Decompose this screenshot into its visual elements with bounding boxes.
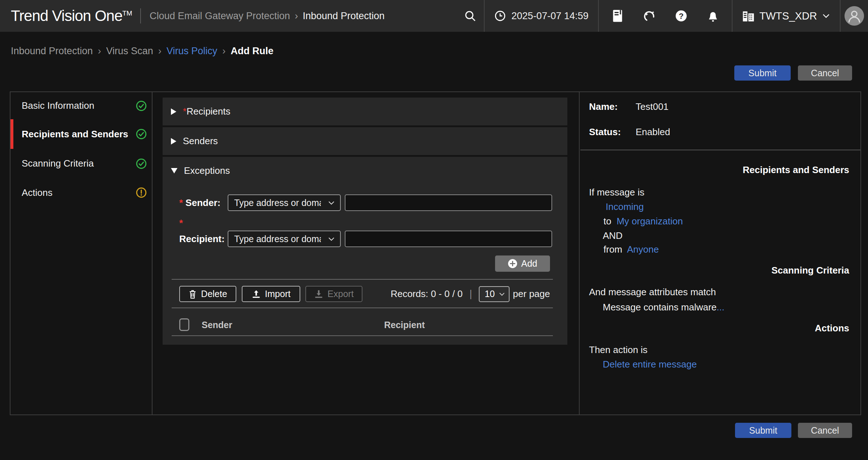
breadcrumb-separator: › xyxy=(222,46,225,57)
summary-malware-line: Message contains malware... xyxy=(603,302,725,313)
my-organization-link[interactable]: My organization xyxy=(616,216,683,227)
anyone-link[interactable]: Anyone xyxy=(627,244,659,255)
cancel-button-bottom[interactable]: Cancel xyxy=(798,423,852,438)
select-chevron-icon xyxy=(328,201,335,205)
add-exception-button[interactable]: Add xyxy=(495,255,550,272)
accordion-recipients-header[interactable]: *Recipients xyxy=(163,98,567,125)
header-toolbar: 2025-07-07 14:59 ? TWTS_XDR xyxy=(456,0,868,32)
console-datetime: 2025-07-07 14:59 xyxy=(511,10,588,22)
breadcrumb-separator: › xyxy=(295,10,298,22)
add-button-label: Add xyxy=(521,258,537,269)
sidebar-item-label: Actions xyxy=(22,187,52,198)
sidebar-item-label: Scanning Criteria xyxy=(22,158,94,169)
tenant-switcher[interactable]: TWTS_XDR xyxy=(732,0,840,32)
person-icon xyxy=(846,8,862,24)
bell-icon xyxy=(707,9,719,22)
sidebar-item-scanning-criteria[interactable]: Scanning Criteria xyxy=(10,149,152,178)
sidebar-item-actions[interactable]: Actions xyxy=(10,178,152,207)
incoming-link[interactable]: Incoming xyxy=(606,201,644,212)
delete-button[interactable]: Delete xyxy=(179,286,236,302)
summary-incoming-link: Incoming xyxy=(606,201,644,212)
console-time[interactable]: 2025-07-07 14:59 xyxy=(484,0,598,32)
header-divider xyxy=(140,8,141,23)
account-menu[interactable] xyxy=(840,0,868,32)
accordion-exceptions: Exceptions * Sender: Type address or dom… xyxy=(163,157,567,345)
sidebar-item-label: Basic Information xyxy=(22,100,94,111)
sidebar-item-recipients-and-senders[interactable]: Recipients and Senders xyxy=(10,119,152,149)
required-asterisk: * xyxy=(179,197,183,208)
status-warning-icon xyxy=(136,187,147,198)
cancel-button[interactable]: Cancel xyxy=(798,65,852,81)
chevron-down-icon xyxy=(822,13,830,19)
search-button[interactable] xyxy=(456,0,484,32)
sidebar-item-basic-information[interactable]: Basic Information xyxy=(10,92,152,119)
sender-type-select-value: Type address or domain xyxy=(234,198,321,208)
accordion-recipients: *Recipients xyxy=(163,98,567,125)
trash-icon xyxy=(188,289,197,299)
export-button[interactable]: Export xyxy=(305,286,362,302)
recipient-address-input[interactable] xyxy=(345,231,552,247)
document-icon xyxy=(612,9,623,22)
divider xyxy=(172,335,553,336)
summary-heading-scanning: Scanning Criteria xyxy=(772,265,849,276)
page-size-select[interactable]: 10 xyxy=(479,286,510,302)
help-button[interactable]: ? xyxy=(665,0,697,32)
notifications-button[interactable] xyxy=(697,0,729,32)
add-row: Add xyxy=(495,255,550,272)
release-notes-button[interactable] xyxy=(602,0,633,32)
summary-and-line: AND xyxy=(603,230,623,241)
rule-editor-main: *Recipients Senders Exceptions * Sender:… xyxy=(153,92,580,414)
accordion-exceptions-header[interactable]: Exceptions xyxy=(163,157,567,185)
breadcrumb-virus-policy-link[interactable]: Virus Policy xyxy=(167,46,218,57)
header-section-name: Inbound Protection xyxy=(303,10,385,22)
caret-right-icon xyxy=(171,138,176,145)
accordion-senders: Senders xyxy=(163,127,567,155)
divider xyxy=(172,308,553,308)
name-label: Name: xyxy=(589,101,618,112)
upload-icon xyxy=(252,289,261,299)
sender-type-select[interactable]: Type address or domain xyxy=(228,194,341,211)
status-complete-icon xyxy=(136,100,147,111)
import-button[interactable]: Import xyxy=(242,286,300,302)
header-breadcrumb: Cloud Email Gateway Protection › Inbound… xyxy=(150,10,384,22)
user-avatar xyxy=(845,6,864,26)
clock-icon xyxy=(494,10,506,22)
accordion-recipients-title: *Recipients xyxy=(183,106,231,117)
header-app-name[interactable]: Cloud Email Gateway Protection xyxy=(150,10,290,22)
product-logo-text: Trend Vision One xyxy=(11,7,123,24)
select-all-checkbox[interactable] xyxy=(179,318,189,331)
sender-address-input[interactable] xyxy=(345,194,552,211)
status-label: Status: xyxy=(589,126,621,138)
divider xyxy=(580,150,860,150)
app-header: Trend Vision OneTM Cloud Email Gateway P… xyxy=(0,0,868,32)
select-chevron-icon xyxy=(499,292,505,296)
support-button[interactable] xyxy=(633,0,665,32)
status-complete-icon xyxy=(136,158,147,169)
submit-button[interactable]: Submit xyxy=(734,65,791,81)
import-button-label: Import xyxy=(265,289,291,299)
svg-text:?: ? xyxy=(679,12,684,21)
caret-down-icon xyxy=(171,168,177,173)
submit-button-bottom[interactable]: Submit xyxy=(735,423,791,438)
tenant-name: TWTS_XDR xyxy=(760,10,817,22)
breadcrumb-inbound-protection: Inbound Protection xyxy=(11,46,93,57)
exceptions-table-header: Sender Recipient xyxy=(179,315,553,335)
column-header-recipient[interactable]: Recipient xyxy=(384,320,425,330)
support-swoosh-icon xyxy=(643,9,656,23)
malware-more-link[interactable]: ... xyxy=(717,302,725,313)
top-action-bar: Submit Cancel xyxy=(734,65,852,81)
recipient-type-select[interactable]: Type address or domain xyxy=(228,231,341,247)
exceptions-toolbar: Delete Import Export Records: 0 - 0 / 0 … xyxy=(179,286,550,302)
toolbar-separator: | xyxy=(469,288,472,300)
breadcrumb-virus-scan: Virus Scan xyxy=(106,46,153,57)
breadcrumb-add-rule: Add Rule xyxy=(231,46,274,57)
column-header-sender[interactable]: Sender xyxy=(202,320,232,330)
delete-entire-message-link[interactable]: Delete entire message xyxy=(603,359,697,370)
accordion-senders-header[interactable]: Senders xyxy=(163,127,567,155)
page-size-value: 10 xyxy=(485,289,495,299)
add-rule-panel: Basic Information Recipients and Senders… xyxy=(10,91,861,415)
download-icon xyxy=(314,289,323,299)
breadcrumb: Inbound Protection › Virus Scan › Virus … xyxy=(11,46,274,57)
summary-heading-actions: Actions xyxy=(815,323,849,334)
search-icon xyxy=(464,9,477,22)
